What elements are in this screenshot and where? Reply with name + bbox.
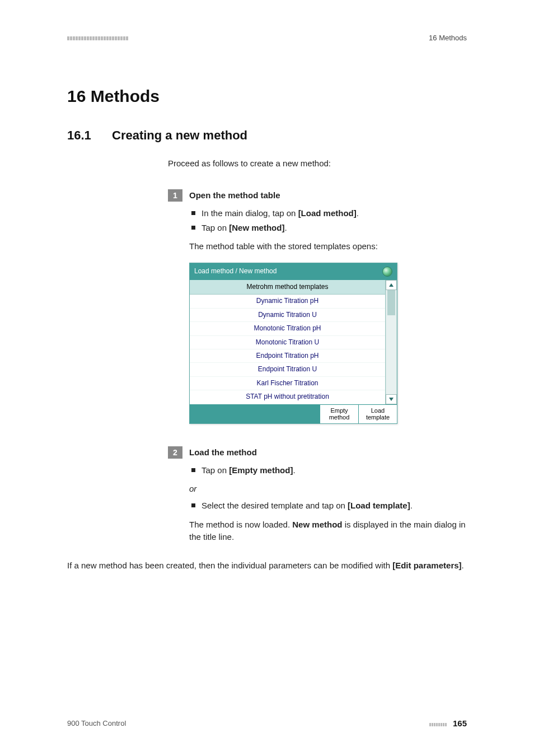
triangle-up-icon: [388, 283, 394, 287]
template-list: Metrohm method templates Dynamic Titrati…: [190, 280, 385, 404]
header-dashes: [67, 34, 129, 42]
step-2-result: The method is now loaded. New method is …: [189, 519, 467, 543]
step-2-title: Load the method: [189, 446, 467, 459]
footer-right: 165: [429, 718, 467, 728]
globe-icon[interactable]: [382, 267, 392, 277]
step-1-bullet-1: In the main dialog, tap on [Load method]…: [189, 207, 467, 220]
list-item[interactable]: Dynamic Titration U: [190, 309, 385, 322]
page-footer: 900 Touch Control 165: [67, 718, 467, 728]
step-2-or: or: [189, 483, 467, 495]
dialog-titlebar: Load method / New method: [190, 263, 397, 280]
footer-dashes: [429, 720, 449, 728]
scroll-down-button[interactable]: [386, 394, 397, 404]
section-heading: Creating a new method: [112, 128, 247, 142]
scroll-thumb[interactable]: [387, 290, 395, 315]
list-item[interactable]: Monotonic Titration pH: [190, 322, 385, 335]
step-2-number: 2: [168, 446, 182, 459]
scrollbar[interactable]: [385, 280, 397, 404]
template-list-header: Metrohm method templates: [190, 280, 385, 295]
list-item[interactable]: Karl Fischer Titration: [190, 377, 385, 390]
step-2-bullet-1: Tap on [Empty method].: [189, 464, 467, 477]
list-item[interactable]: STAT pH without pretitration: [190, 390, 385, 404]
svg-marker-1: [389, 398, 394, 401]
step-1: 1 Open the method table In the main dial…: [168, 189, 467, 430]
step-2: 2 Load the method Tap on [Empty method].…: [168, 446, 467, 543]
scroll-up-button[interactable]: [386, 280, 397, 290]
method-template-dialog: Load method / New method Metrohm method …: [189, 263, 397, 424]
triangle-down-icon: [388, 397, 394, 402]
dialog-title: Load method / New method: [194, 267, 277, 276]
step-2-bullet-2: Select the desired template and tap on […: [189, 500, 467, 512]
step-1-title: Open the method table: [189, 189, 467, 202]
step-1-bullet-2: Tap on [New method].: [189, 222, 467, 234]
list-item[interactable]: Endpoint Titration pH: [190, 349, 385, 363]
closing-paragraph: If a new method has been created, then t…: [67, 559, 467, 572]
scroll-track[interactable]: [386, 290, 397, 394]
intro-text: Proceed as follows to create a new metho…: [168, 157, 467, 169]
list-item[interactable]: Endpoint Titration U: [190, 363, 385, 376]
header-right: 16 Methods: [429, 34, 467, 42]
dialog-footer: Emptymethod Loadtemplate: [190, 404, 397, 423]
empty-method-button[interactable]: Emptymethod: [320, 404, 358, 423]
section-number: 16.1: [67, 128, 112, 143]
footer-left: 900 Touch Control: [67, 719, 126, 727]
step-1-number: 1: [168, 189, 182, 202]
svg-marker-0: [389, 283, 394, 287]
section-title: 16.1Creating a new method: [67, 128, 467, 143]
page-number: 165: [453, 718, 467, 728]
chapter-title: 16 Methods: [67, 87, 467, 106]
page-header: 16 Methods: [67, 34, 467, 42]
load-template-button[interactable]: Loadtemplate: [358, 404, 397, 423]
list-item[interactable]: Monotonic Titration U: [190, 336, 385, 349]
step-1-result: The method table with the stored templat…: [189, 240, 467, 253]
list-item[interactable]: Dynamic Titration pH: [190, 295, 385, 308]
